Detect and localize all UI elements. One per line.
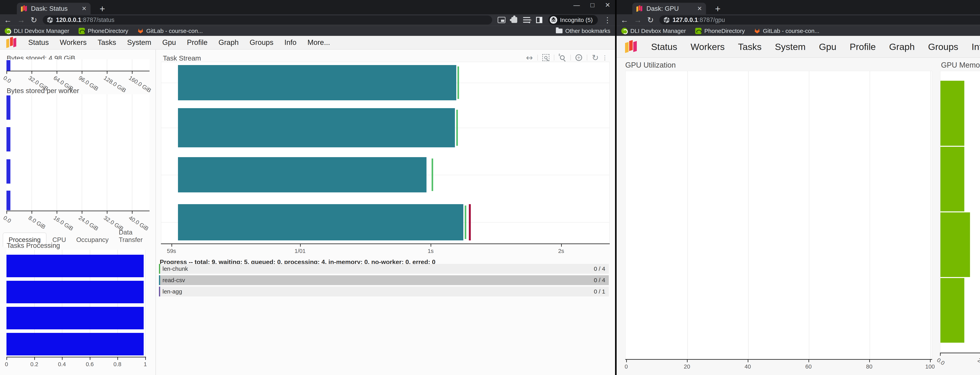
nav-info[interactable]: Info — [972, 41, 980, 52]
task-bar — [178, 108, 455, 147]
gpu-memory-plot[interactable] — [940, 71, 980, 353]
nav-system[interactable]: System — [775, 41, 805, 52]
other-bookmarks[interactable]: Other bookmarks — [556, 28, 610, 34]
back-icon[interactable]: ← — [4, 16, 12, 24]
reload-icon[interactable]: ↻ — [30, 16, 37, 24]
gpu-memory-bar — [940, 147, 964, 211]
maximize-icon[interactable]: □ — [590, 2, 594, 9]
nav-status[interactable]: Status — [651, 41, 677, 52]
nav-info[interactable]: Info — [285, 38, 296, 47]
bookmark-phonedirectory[interactable]: PhoneDirectory — [79, 28, 128, 34]
tab-occupancy[interactable]: Occupancy — [72, 233, 113, 247]
nav-graph[interactable]: Graph — [889, 41, 915, 52]
minimize-icon[interactable]: — — [573, 2, 580, 9]
nav-groups[interactable]: Groups — [250, 38, 274, 47]
nav-gpu[interactable]: Gpu — [162, 38, 176, 47]
tick: 0.0 — [936, 357, 946, 367]
bookmark-phonedirectory[interactable]: PhoneDirectory — [695, 28, 745, 34]
bookmark-dli-devbox[interactable]: DLI Devbox Manager — [621, 28, 686, 34]
forward-icon[interactable]: → — [17, 16, 25, 24]
dask-gpu-page: Status Workers Tasks System Gpu Profile … — [617, 36, 980, 375]
site-info-icon[interactable] — [47, 17, 53, 23]
bytes-per-worker-title: Bytes stored per worker — [7, 87, 79, 95]
nav-graph[interactable]: Graph — [218, 38, 239, 47]
tick: 0.4 — [58, 361, 66, 367]
url-bar[interactable]: 120.0.0.1:8787/status — [43, 16, 492, 24]
bytes-stored-plot[interactable] — [6, 59, 150, 71]
nav-tasks[interactable]: Tasks — [98, 38, 116, 47]
tab-close-icon[interactable]: ✕ — [82, 5, 87, 12]
zoom-in-icon[interactable]: + — [574, 53, 584, 62]
bookmark-gitlab[interactable]: GitLab - course-con... — [138, 28, 203, 34]
tick: 0.6 — [86, 361, 94, 367]
nav-profile[interactable]: Profile — [187, 38, 208, 47]
nav-workers[interactable]: Workers — [60, 38, 87, 47]
bookmark-gitlab[interactable]: GitLab - course-con... — [754, 28, 819, 34]
progress-row-len-agg[interactable]: len-agg 0 / 1 — [159, 287, 609, 296]
worker-bytes-bar — [6, 95, 10, 120]
tab-data-transfer[interactable]: Data Transfer — [115, 226, 156, 247]
bookmarks-bar: DLI Devbox Manager PhoneDirectory GitLab… — [0, 25, 615, 36]
erred-marker — [469, 204, 471, 240]
nav-workers[interactable]: Workers — [690, 41, 725, 52]
dask-status-page: Status Workers Tasks System Gpu Profile … — [0, 36, 615, 375]
bookmark-dli-devbox[interactable]: DLI Devbox Manager — [5, 28, 69, 34]
tick: 128.0 GiB — [102, 75, 127, 94]
nav-status[interactable]: Status — [28, 38, 49, 47]
close-icon[interactable]: ✕ — [605, 1, 610, 9]
nav-tasks[interactable]: Tasks — [738, 41, 762, 52]
status-left-column: Bytes stored: 4.98 GiB 0.0 32.0 GiB 64.0… — [0, 49, 156, 375]
bytes-per-worker-plot[interactable] — [6, 94, 150, 211]
tick: 2.0 GiB — [977, 357, 980, 372]
forward-icon[interactable]: → — [634, 16, 642, 24]
dli-icon — [5, 28, 11, 34]
tick: 1/01 — [294, 248, 305, 254]
task-stream-row — [161, 65, 609, 100]
task-bar — [178, 204, 463, 240]
progress-row-len-chunk[interactable]: len-chunk 0 / 4 — [159, 264, 609, 274]
reload-icon[interactable]: ↻ — [647, 16, 654, 24]
window-controls: — □ ✕ — [573, 1, 610, 9]
browser-tab-status[interactable]: Dask: Status ✕ — [17, 3, 91, 14]
picture-in-picture-icon[interactable] — [498, 17, 506, 23]
tick: 0.2 — [30, 361, 38, 367]
url-host: 127.0.0.1 — [673, 16, 698, 23]
progress-count: 0 / 1 — [594, 288, 609, 295]
tasks-bar — [6, 281, 144, 303]
tasks-processing-plot[interactable] — [6, 250, 146, 357]
phonedirectory-icon — [695, 28, 702, 34]
back-icon[interactable]: ← — [620, 16, 628, 24]
status-right-column: Task Stream ↔ + ↻ ⋮ — [156, 49, 615, 375]
dask-nav: Status Workers Tasks System Gpu Profile … — [617, 36, 980, 58]
media-controls-icon[interactable] — [523, 17, 530, 23]
tab-close-icon[interactable]: ✕ — [697, 5, 702, 12]
nav-more[interactable]: More... — [307, 38, 330, 47]
new-tab-button[interactable]: + — [98, 4, 107, 13]
toolbar-menu-icon[interactable]: ⋮ — [603, 53, 607, 62]
url-bar[interactable]: 127.0.0.1:8787/gpu — [659, 16, 980, 24]
side-panel-icon[interactable] — [536, 17, 542, 23]
wheel-zoom-icon[interactable] — [557, 53, 567, 62]
nav-profile[interactable]: Profile — [850, 41, 876, 52]
reset-icon[interactable]: ↻ — [590, 53, 600, 62]
browser-tab-gpu[interactable]: Dask: GPU ✕ — [632, 3, 706, 14]
nav-groups[interactable]: Groups — [928, 41, 958, 52]
box-zoom-icon[interactable] — [541, 53, 551, 62]
extensions-icon[interactable] — [511, 17, 517, 23]
gpu-utilization-plot[interactable] — [625, 71, 932, 359]
incognito-badge[interactable]: Incognito (5) — [548, 15, 598, 25]
pan-icon[interactable]: ↔ — [525, 53, 534, 62]
task-stream-plot[interactable] — [161, 62, 610, 243]
browser-menu-icon[interactable]: ⋮ — [604, 16, 611, 24]
browser-window-gpu: Dask: GPU ✕ + — □ ✕ ← → ↻ 127.0.0.1:8787… — [617, 0, 980, 375]
new-tab-button[interactable]: + — [713, 4, 722, 13]
tick: 0.8 — [113, 361, 121, 367]
tick: 0.0 — [2, 75, 12, 84]
site-info-icon[interactable] — [663, 17, 670, 23]
transfer-marker — [431, 159, 433, 191]
nav-system[interactable]: System — [127, 38, 151, 47]
progress-count: 0 / 4 — [594, 277, 609, 283]
tick: 1s — [428, 248, 434, 254]
nav-gpu[interactable]: Gpu — [819, 41, 836, 52]
progress-row-read-csv[interactable]: read-csv 0 / 4 — [159, 275, 609, 285]
